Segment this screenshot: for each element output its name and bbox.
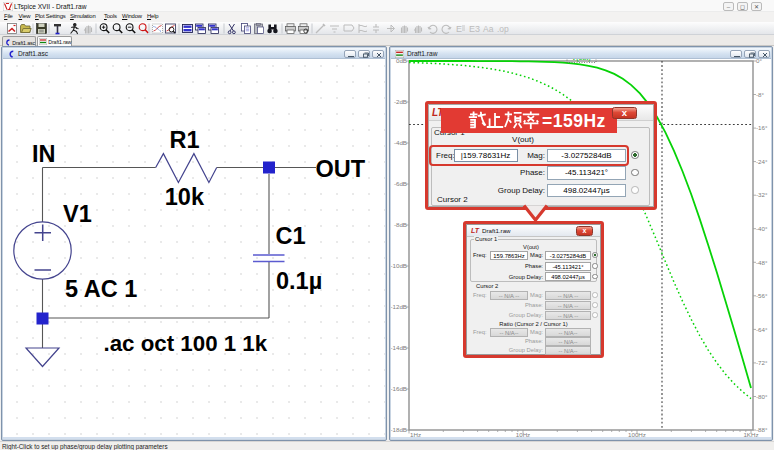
svg-text:-40°: -40°: [756, 225, 768, 232]
svg-text:E: E: [456, 24, 462, 34]
svg-text:10Hz: 10Hz: [516, 431, 530, 437]
svg-text:10k: 10k: [165, 184, 205, 210]
svg-text:-12dB: -12dB: [391, 303, 407, 310]
svg-text:-10dB: -10dB: [391, 262, 407, 269]
svg-text:1KHz: 1KHz: [743, 431, 758, 437]
svg-text:OUT: OUT: [316, 156, 366, 182]
svg-text:IN: IN: [32, 141, 56, 167]
svg-text:-80°: -80°: [756, 393, 768, 400]
svg-text:.op: .op: [497, 24, 509, 34]
svg-text:-64°: -64°: [756, 326, 768, 333]
svg-text:-72°: -72°: [756, 359, 768, 366]
svg-text:1Hz: 1Hz: [410, 431, 421, 437]
svg-text:-56°: -56°: [756, 292, 768, 299]
svg-text:-4dB: -4dB: [394, 139, 407, 146]
svg-text:-24°: -24°: [756, 158, 768, 165]
svg-text:-6dB: -6dB: [394, 180, 407, 187]
svg-text:3: 3: [475, 24, 480, 34]
svg-text:-16°: -16°: [756, 124, 768, 131]
svg-text:0dB: 0dB: [396, 59, 407, 64]
svg-text:-18dB: -18dB: [391, 426, 407, 433]
svg-text:-48°: -48°: [756, 259, 768, 266]
svg-text:0°: 0°: [756, 59, 762, 64]
svg-text:-8dB: -8dB: [394, 221, 407, 228]
svg-text:-2dB: -2dB: [394, 98, 407, 105]
svg-text:R1: R1: [170, 127, 200, 153]
svg-text:-16dB: -16dB: [391, 385, 407, 392]
svg-text:V1: V1: [63, 201, 92, 227]
svg-text:=159Hz: =159Hz: [542, 111, 606, 131]
svg-text:-14dB: -14dB: [391, 344, 407, 351]
svg-text:Aa: Aa: [483, 24, 494, 34]
svg-text:5 AC 1: 5 AC 1: [65, 276, 137, 302]
svg-text:C1: C1: [276, 223, 306, 249]
svg-text:.ac oct 100 1 1k: .ac oct 100 1 1k: [104, 331, 268, 356]
svg-text:0.1µ: 0.1µ: [276, 268, 322, 294]
svg-text:100Hz: 100Hz: [628, 431, 646, 437]
svg-text:-32°: -32°: [756, 191, 768, 198]
svg-text:-8°: -8°: [756, 91, 765, 98]
